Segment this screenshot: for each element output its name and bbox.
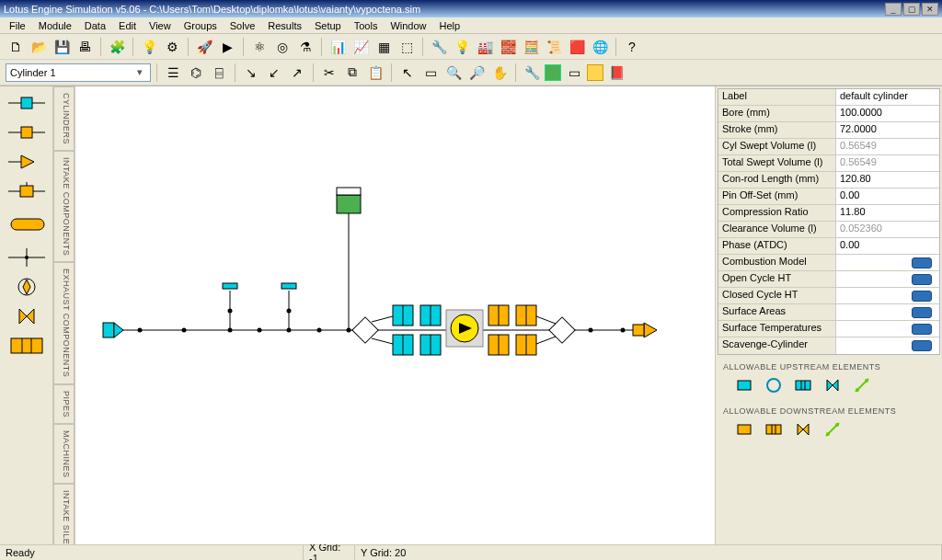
menu-module[interactable]: Module [33,19,77,32]
save-icon[interactable]: 💾 [52,37,72,57]
conn1-icon[interactable]: ↘ [241,63,261,83]
zoom-icon[interactable]: 🔎 [466,63,487,83]
pan-icon[interactable]: ✋ [489,63,510,83]
prop-row: Open Cycle HT [718,271,939,288]
prop-open-button[interactable] [912,324,932,335]
waterfall-icon[interactable]: ⬚ [396,37,417,57]
prop-value[interactable]: 0.00 [836,189,939,204]
palette-block-orange[interactable] [6,335,48,357]
menu-groups[interactable]: Groups [178,19,223,32]
conn2-icon[interactable]: ↙ [264,63,284,83]
misc2-icon[interactable]: 🧮 [521,37,541,57]
barchart-icon[interactable]: 📈 [350,37,371,57]
element-selector[interactable]: Cylinder 1 ▾ [6,63,151,82]
gear-icon[interactable]: ⚙ [162,37,182,57]
lightbulb-icon[interactable]: 💡 [452,37,472,57]
palette-arrow-orange[interactable] [6,151,48,173]
prop-open-button[interactable] [912,291,932,302]
zoomout-icon[interactable]: 🔍 [443,63,464,83]
prop-row: Compression Ratio11.80 [718,205,939,222]
prop-value[interactable]: 11.80 [836,205,939,221]
prop-value[interactable]: 120.80 [836,172,939,188]
prop-open-button[interactable] [912,274,932,285]
palette-valve-orange[interactable] [6,180,48,202]
prop-open-button[interactable] [912,307,932,318]
misc1-icon[interactable]: 🧱 [498,37,518,57]
menu-tools[interactable]: Tools [349,19,384,32]
svg-point-30 [317,328,322,333]
status-xgrid: X Grid: -1 [304,545,355,560]
menu-data[interactable]: Data [79,19,111,32]
toggle2-icon[interactable] [587,64,603,81]
menu-edit[interactable]: Edit [113,19,142,32]
open-icon[interactable]: 📂 [29,37,49,57]
prop-value[interactable]: default cylinder [836,89,939,105]
side-tab-cylinders[interactable]: CYLINDERS [53,86,75,151]
module-icon[interactable]: 🧩 [107,37,127,57]
prop-value[interactable]: 100.0000 [836,106,939,121]
palette-junction[interactable] [6,246,48,269]
run-icon[interactable]: ▶ [217,37,237,57]
menu-solve[interactable]: Solve [224,19,261,32]
menu-view[interactable]: View [144,19,177,32]
book-icon[interactable]: 📕 [606,63,626,83]
statusbar: Ready X Grid: -1 Y Grid: 20 [0,544,942,560]
toggle1-icon[interactable]: ▭ [564,63,584,83]
select-icon[interactable]: ▭ [420,63,441,83]
target-icon[interactable]: ◎ [272,37,293,57]
palette-cylinder-orange[interactable] [6,210,48,239]
chart-icon[interactable]: 📊 [327,37,348,57]
palette-port-orange[interactable] [6,121,48,143]
rocket-icon[interactable]: 🚀 [194,37,214,57]
factory-icon[interactable]: 🏭 [475,37,495,57]
print-icon[interactable]: 🖶 [75,37,95,57]
script-icon[interactable]: 📜 [544,37,564,57]
cut-icon[interactable]: ✂ [319,63,339,83]
prop-value[interactable]: 0.00 [836,238,939,254]
new-icon[interactable]: 🗋 [6,37,26,57]
close-button[interactable]: ✕ [922,3,938,16]
main-area: CYLINDERSINTAKE COMPONENTSEXHAUST COMPON… [0,86,942,544]
menu-setup[interactable]: Setup [309,19,347,32]
menu-help[interactable]: Help [434,19,466,32]
tool-a-icon[interactable]: 🔧 [429,37,449,57]
paste-icon[interactable]: 📋 [365,63,385,83]
hier-icon[interactable]: ⌬ [186,63,206,83]
side-tab-exhaust-components[interactable]: EXHAUST COMPONENTS [53,262,75,383]
globe-icon[interactable]: 🌐 [590,37,610,57]
msc-icon[interactable]: 🟥 [567,37,587,57]
palette-port-cyan[interactable] [6,92,48,114]
flask-icon[interactable]: ⚗ [295,37,316,57]
side-tab-intake-components[interactable]: INTAKE COMPONENTS [53,151,75,262]
palette-butterfly[interactable] [6,305,48,327]
maximize-button[interactable]: ▢ [903,3,920,16]
side-tab-machines[interactable]: MACHINES [53,424,75,485]
atom-icon[interactable]: ⚛ [249,37,270,57]
prop-label: Cyl Swept Volume (l) [718,139,836,154]
wrench-icon[interactable]: 🔧 [522,63,542,83]
copy-icon[interactable]: ⧉ [342,63,362,83]
palette-fan[interactable] [6,276,48,298]
side-tab-pipes[interactable]: PIPES [53,384,75,424]
prop-open-button[interactable] [912,257,932,269]
svg-point-29 [287,328,292,333]
prop-value [836,304,939,320]
pointer-icon[interactable]: ↖ [397,63,418,83]
menu-results[interactable]: Results [262,19,307,32]
help-icon[interactable]: ? [622,37,642,57]
hier2-icon[interactable]: ⌸ [209,63,229,83]
tree-icon[interactable]: ☰ [163,63,183,83]
canvas[interactable] [75,86,716,544]
prop-row: Surface Temperatures [718,321,939,337]
table-icon[interactable]: ▦ [373,37,394,57]
prop-open-button[interactable] [912,340,932,351]
minimize-button[interactable]: _ [885,3,902,16]
prop-row: Total Swept Volume (l)0.56549 [718,155,939,172]
menu-file[interactable]: File [4,19,31,32]
downstream-butterfly-icon [793,419,813,440]
prop-value[interactable]: 72.0000 [836,122,939,138]
bulb-icon[interactable]: 💡 [139,37,159,57]
conn3-icon[interactable]: ↗ [287,63,307,83]
green-panel-icon[interactable] [545,64,561,81]
menu-window[interactable]: Window [385,19,431,32]
